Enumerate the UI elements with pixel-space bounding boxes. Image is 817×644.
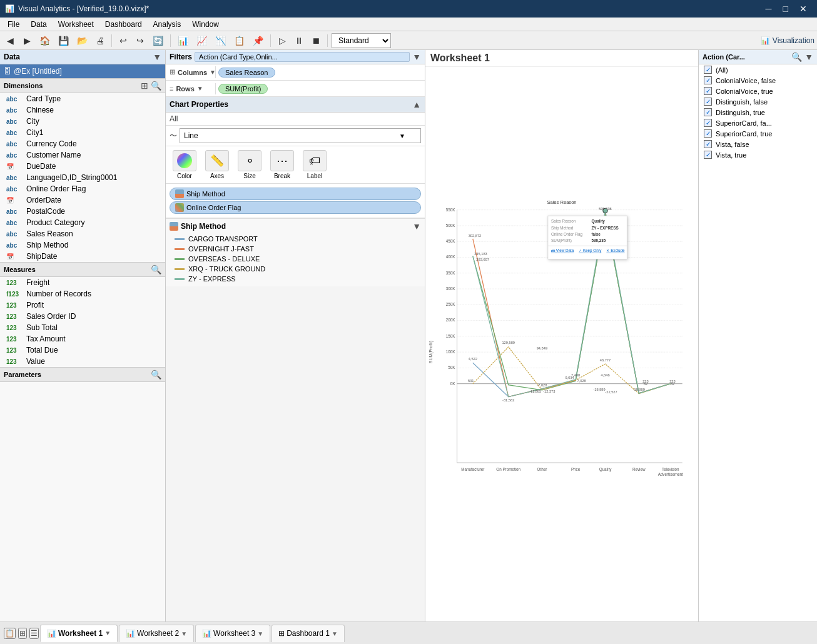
toolbar-redo[interactable]: ↪ <box>133 33 148 48</box>
menu-data[interactable]: Data <box>26 19 51 30</box>
toolbar-play[interactable]: ▷ <box>275 33 290 48</box>
dim-card-type[interactable]: abcCard Type <box>0 93 165 104</box>
menu-worksheet[interactable]: Worksheet <box>53 19 99 30</box>
data-header-menu[interactable]: ▼ <box>153 52 161 62</box>
worksheet3-arrow[interactable]: ▼ <box>257 630 263 637</box>
measures-search[interactable]: 🔍 <box>151 264 161 274</box>
legend-item-vista-false[interactable]: ✓ Vista, false <box>699 139 817 149</box>
rows-pill[interactable]: SUM(Profit) <box>218 84 268 94</box>
dim-ship-method[interactable]: abcShip Method <box>0 239 165 251</box>
measure-num-records[interactable]: f123Number of Records <box>0 288 165 299</box>
measure-profit[interactable]: 123Profit <box>0 299 165 311</box>
tab-worksheet2[interactable]: 📊 Worksheet 2 ▼ <box>119 625 194 642</box>
toolbar-stop[interactable]: ⏹ <box>308 33 323 48</box>
dim-orderdate[interactable]: 📅OrderDate <box>0 194 165 206</box>
dim-customer-name[interactable]: abcCustomer Name <box>0 149 165 161</box>
toolbar-undo[interactable]: ↩ <box>116 33 131 48</box>
legend-item-colonial-true[interactable]: ✓ ColonialVoice, true <box>699 86 817 96</box>
dim-languageid[interactable]: abcLanguageID,ID_String0001 <box>0 172 165 183</box>
legend-cargo[interactable]: CARGO TRANSPORT <box>170 234 421 244</box>
worksheet1-arrow[interactable]: ▼ <box>104 630 111 636</box>
toolbar-chart3[interactable]: 📉 <box>212 33 229 48</box>
new-dashboard-btn[interactable]: ⊞ <box>18 628 27 639</box>
dim-currency-code[interactable]: abcCurrency Code <box>0 138 165 149</box>
standard-dropdown[interactable]: Standard <box>332 33 391 48</box>
tab-dashboard1[interactable]: ⊞ Dashboard 1 ▼ <box>271 625 345 642</box>
toolbar-save[interactable]: 💾 <box>55 33 72 48</box>
menu-dashboard[interactable]: Dashboard <box>100 19 147 30</box>
measure-value[interactable]: 123Value <box>0 356 165 367</box>
maximize-button[interactable]: □ <box>778 3 793 15</box>
checkbox-colonial-true[interactable]: ✓ <box>704 87 712 95</box>
dim-sales-reason[interactable]: abcSales Reason <box>0 228 165 239</box>
dim-postalcode[interactable]: abcPostalCode <box>0 206 165 217</box>
detail-ship-method[interactable]: Ship Method <box>170 188 421 200</box>
legend-item-colonial-false[interactable]: ✓ ColonialVoice, false <box>699 75 817 86</box>
toolbar-home[interactable]: 🏠 <box>36 33 53 48</box>
menu-analysis[interactable]: Analysis <box>148 19 186 30</box>
measure-total-due[interactable]: 123Total Due <box>0 345 165 356</box>
visualization-btn[interactable]: 📊 Visualization <box>761 36 814 45</box>
measure-tax-amount[interactable]: 123Tax Amount <box>0 333 165 345</box>
mark-type-dropdown[interactable]: Line ▼ <box>180 128 421 143</box>
legend-zy[interactable]: ZY - EXPRESS <box>170 274 421 284</box>
toolbar-chart5[interactable]: 📌 <box>250 33 266 48</box>
legend-item-all[interactable]: ✓ (All) <box>699 64 817 75</box>
dim-duedate[interactable]: 📅DueDate <box>0 161 165 172</box>
toolbar-chart2[interactable]: 📈 <box>193 33 210 48</box>
toolbar-chart4[interactable]: 📋 <box>231 33 248 48</box>
mark-btn-size[interactable]: ⚬ Size <box>236 150 263 179</box>
mark-btn-color[interactable]: Color <box>171 150 198 179</box>
params-search[interactable]: 🔍 <box>151 370 161 380</box>
new-story-btn[interactable]: ☰ <box>29 628 39 639</box>
toolbar-back[interactable]: ◀ <box>3 33 18 48</box>
minimize-button[interactable]: ─ <box>761 3 777 15</box>
chart-props-menu[interactable]: ▲ <box>412 99 421 109</box>
legend-xrq[interactable]: XRQ - TRUCK GROUND <box>170 264 421 274</box>
filters-menu[interactable]: ▼ <box>412 52 421 62</box>
action-legend-menu[interactable]: ▼ <box>804 52 813 62</box>
legend-item-superiorcard-true[interactable]: ✓ SuperiorCard, true <box>699 128 817 139</box>
dim-city1[interactable]: abcCity1 <box>0 127 165 138</box>
dashboard1-arrow[interactable]: ▼ <box>332 630 338 637</box>
menu-window[interactable]: Window <box>187 19 224 30</box>
filter-tag[interactable]: Action (Card Type,Onlin... <box>195 52 410 62</box>
dim-city[interactable]: abcCity <box>0 116 165 127</box>
close-button[interactable]: ✕ <box>794 3 812 15</box>
worksheet2-arrow[interactable]: ▼ <box>181 630 187 637</box>
mark-btn-axes[interactable]: 📏 Axes <box>203 150 231 179</box>
toolbar-print[interactable]: 🖨 <box>93 33 108 48</box>
detail-online-order-flag[interactable]: Online Order Flag <box>170 201 421 214</box>
columns-pill[interactable]: Sales Reason <box>218 68 275 78</box>
dim-chinese[interactable]: abcChinese <box>0 104 165 116</box>
mark-btn-break[interactable]: ⋯ Break <box>268 150 296 179</box>
dim-shipdate[interactable]: 📅ShipDate <box>0 251 165 262</box>
toolbar-pause[interactable]: ⏸ <box>292 33 307 48</box>
checkbox-all[interactable]: ✓ <box>704 66 712 74</box>
ship-method-legend-menu[interactable]: ▼ <box>412 221 421 231</box>
checkbox-distinguish-false[interactable]: ✓ <box>704 98 712 106</box>
checkbox-distinguish-true[interactable]: ✓ <box>704 108 712 116</box>
legend-item-superiorcard-false[interactable]: ✓ SuperiorCard, fa... <box>699 118 817 128</box>
checkbox-superiorcard-true[interactable]: ✓ <box>704 129 712 138</box>
new-worksheet-btn[interactable]: 📋 <box>4 628 16 639</box>
toolbar-chart1[interactable]: 📊 <box>175 33 191 48</box>
tab-worksheet3[interactable]: 📊 Worksheet 3 ▼ <box>195 625 270 642</box>
measure-sales-order-id[interactable]: 123Sales Order ID <box>0 311 165 322</box>
legend-overnight[interactable]: OVERNIGHT J-FAST <box>170 244 421 254</box>
tab-worksheet1[interactable]: 📊 Worksheet 1 ▼ <box>40 625 118 642</box>
legend-item-distinguish-true[interactable]: ✓ Distinguish, true <box>699 107 817 118</box>
rows-arrow[interactable]: ▼ <box>197 85 203 92</box>
legend-item-distinguish-false[interactable]: ✓ Distinguish, false <box>699 96 817 107</box>
mark-btn-label[interactable]: 🏷 Label <box>301 150 328 179</box>
measure-freight[interactable]: 123Freight <box>0 277 165 288</box>
columns-arrow[interactable]: ▼ <box>210 69 216 76</box>
action-legend-search[interactable]: 🔍 <box>791 52 802 62</box>
dim-online-order-flag[interactable]: abcOnline Order Flag <box>0 183 165 194</box>
dim-grid-view[interactable]: ⊞ <box>141 81 148 91</box>
dim-product-category[interactable]: abcProduct Category <box>0 217 165 228</box>
legend-item-vista-true[interactable]: ✓ Vista, true <box>699 149 817 160</box>
checkbox-colonial-false[interactable]: ✓ <box>704 76 712 84</box>
checkbox-superiorcard-false[interactable]: ✓ <box>704 119 712 127</box>
legend-overseas[interactable]: OVERSEAS - DELUXE <box>170 254 421 264</box>
